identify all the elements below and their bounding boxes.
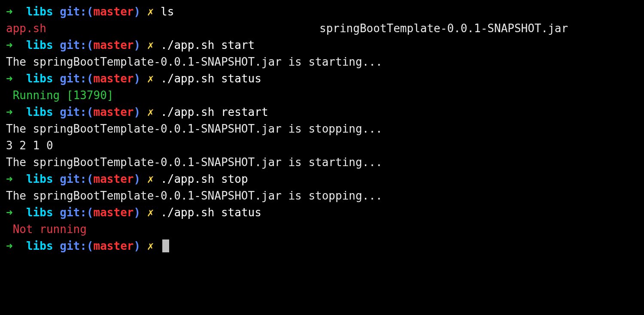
git-branch: master [94,5,134,18]
git-dirty-icon: ✗ [147,173,154,185]
git-branch: master [94,239,134,252]
git-label: git:( [60,72,93,85]
output-line: Running [13790] [6,87,638,104]
command-text: ./app.sh start [161,39,255,51]
prompt-line: ➜ libs git:(master) ✗ ./app.sh restart [6,104,638,121]
cursor[interactable] [162,239,169,252]
git-branch: master [94,206,134,219]
output-line: The springBootTemplate-0.0.1-SNAPSHOT.ja… [6,188,638,204]
git-close-paren: ) [134,39,140,51]
git-dirty-icon: ✗ [147,239,154,252]
git-branch: master [94,173,134,185]
command-text: ./app.sh status [161,72,261,85]
prompt-line: ➜ libs git:(master) ✗ ./app.sh stop [6,171,638,188]
prompt-arrow-icon: ➜ [6,206,13,219]
prompt-arrow-icon: ➜ [6,239,13,252]
git-close-paren: ) [134,72,140,85]
ls-output-row: app.shspringBootTemplate-0.0.1-SNAPSHOT.… [6,20,638,37]
prompt-arrow-icon: ➜ [6,72,13,85]
prompt-directory: libs [26,106,53,118]
git-dirty-icon: ✗ [147,39,154,51]
git-branch: master [94,39,134,51]
prompt-line: ➜ libs git:(master) ✗ ls [6,3,638,20]
git-label: git:( [60,5,93,18]
prompt-directory: libs [26,239,53,252]
output-line: 3 2 1 0 [6,137,638,154]
git-close-paren: ) [134,173,140,185]
output-line: The springBootTemplate-0.0.1-SNAPSHOT.ja… [6,54,638,70]
git-close-paren: ) [134,206,140,219]
git-dirty-icon: ✗ [147,5,154,18]
git-close-paren: ) [134,5,140,18]
prompt-directory: libs [26,173,53,185]
git-label: git:( [60,206,93,219]
output-line: The springBootTemplate-0.0.1-SNAPSHOT.ja… [6,121,638,137]
git-close-paren: ) [134,239,140,252]
prompt-line: ➜ libs git:(master) ✗ ./app.sh start [6,37,638,54]
prompt-arrow-icon: ➜ [6,5,13,18]
git-close-paren: ) [134,106,140,118]
command-text: ./app.sh status [161,206,261,219]
command-text: ./app.sh stop [161,173,248,185]
git-dirty-icon: ✗ [147,72,154,85]
prompt-line: ➜ libs git:(master) ✗ [6,238,638,254]
prompt-arrow-icon: ➜ [6,39,13,51]
git-label: git:( [60,173,93,185]
terminal-output[interactable]: ➜ libs git:(master) ✗ lsapp.shspringBoot… [6,3,638,254]
output-line: Not running [6,221,638,238]
prompt-arrow-icon: ➜ [6,173,13,185]
ls-file: springBootTemplate-0.0.1-SNAPSHOT.jar [319,20,568,37]
prompt-directory: libs [26,72,53,85]
git-branch: master [94,106,134,118]
git-dirty-icon: ✗ [147,106,154,118]
git-label: git:( [60,39,93,51]
git-label: git:( [60,106,93,118]
command-text: ls [161,5,174,18]
git-label: git:( [60,239,93,252]
output-line: The springBootTemplate-0.0.1-SNAPSHOT.ja… [6,154,638,171]
prompt-directory: libs [26,39,53,51]
git-dirty-icon: ✗ [147,206,154,219]
prompt-arrow-icon: ➜ [6,106,13,118]
ls-file-executable: app.sh [6,20,319,37]
prompt-directory: libs [26,206,53,219]
git-branch: master [94,72,134,85]
prompt-directory: libs [26,5,53,18]
command-text: ./app.sh restart [161,106,268,118]
prompt-line: ➜ libs git:(master) ✗ ./app.sh status [6,70,638,87]
prompt-line: ➜ libs git:(master) ✗ ./app.sh status [6,204,638,221]
